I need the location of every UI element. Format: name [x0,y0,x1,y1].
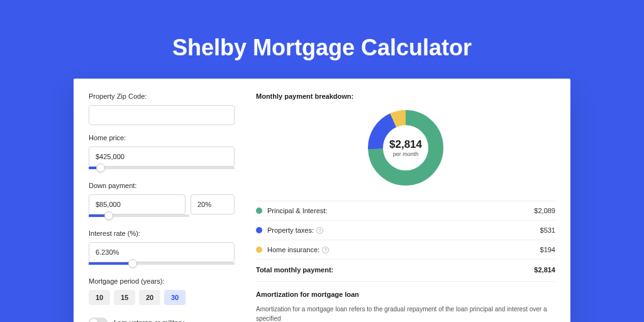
home-price-label: Home price: [89,134,235,142]
donut-amount: $2,814 [389,138,422,151]
legend-label: Principal & Interest: [267,207,327,214]
dot-icon [256,227,262,233]
interest-label: Interest rate (%): [89,230,235,237]
legend-label: Home insurance: [267,246,319,253]
zip-label: Property Zip Code: [89,92,235,100]
legend-taxes: Property taxes: ? $531 [256,220,555,240]
period-btn-30[interactable]: 30 [164,290,186,305]
amortization-title: Amortization for mortgage loan [256,291,555,298]
interest-slider[interactable] [89,262,235,265]
period-btn-20[interactable]: 20 [139,290,160,305]
help-icon[interactable]: ? [322,247,329,253]
donut-sub: per month [389,151,422,157]
veteran-toggle[interactable] [89,318,108,322]
down-payment-input[interactable] [89,194,186,214]
amortization-section: Amortization for mortgage loan Amortizat… [256,281,555,322]
slider-thumb[interactable] [104,211,113,220]
down-payment-slider[interactable] [89,214,189,217]
period-label: Mortgage period (years): [89,277,235,285]
breakdown-title: Monthly payment breakdown: [256,92,555,100]
donut-center: $2,814 per month [389,138,422,157]
interest-input[interactable] [89,242,235,262]
legend-principal: Principal & Interest: $2,089 [256,201,555,220]
down-payment-pct-input[interactable] [191,194,235,214]
help-icon[interactable]: ? [316,227,323,234]
slider-thumb[interactable] [128,259,137,268]
donut-chart: $2,814 per month [365,108,446,188]
dot-icon [256,247,262,253]
legend-label: Property taxes: [267,226,314,234]
calculator-card: Property Zip Code: Home price: Down paym… [74,79,570,322]
legend-amount: $2,089 [534,207,555,214]
zip-input[interactable] [89,105,235,125]
legend-insurance: Home insurance: ? $194 [256,240,555,259]
toggle-knob [90,319,97,322]
total-amount: $2,814 [534,266,555,274]
veteran-label: I am veteran or military [114,319,184,322]
total-label: Total monthly payment: [256,266,333,274]
slider-thumb[interactable] [96,164,105,172]
home-price-slider[interactable] [89,167,235,169]
period-button-group: 10 15 20 30 [89,290,235,305]
form-panel: Property Zip Code: Home price: Down paym… [74,79,250,322]
dot-icon [256,208,262,214]
legend-total: Total monthly payment: $2,814 [256,259,555,281]
home-price-input[interactable] [89,147,235,167]
amortization-text: Amortization for a mortgage loan refers … [256,304,555,322]
legend-amount: $194 [540,246,555,253]
down-payment-label: Down payment: [89,182,235,189]
page-title: Shelby Mortgage Calculator [0,35,644,61]
period-btn-15[interactable]: 15 [114,290,135,305]
legend-amount: $531 [540,226,555,234]
period-btn-10[interactable]: 10 [89,290,110,305]
breakdown-panel: Monthly payment breakdown: $2,814 per mo… [250,79,570,322]
